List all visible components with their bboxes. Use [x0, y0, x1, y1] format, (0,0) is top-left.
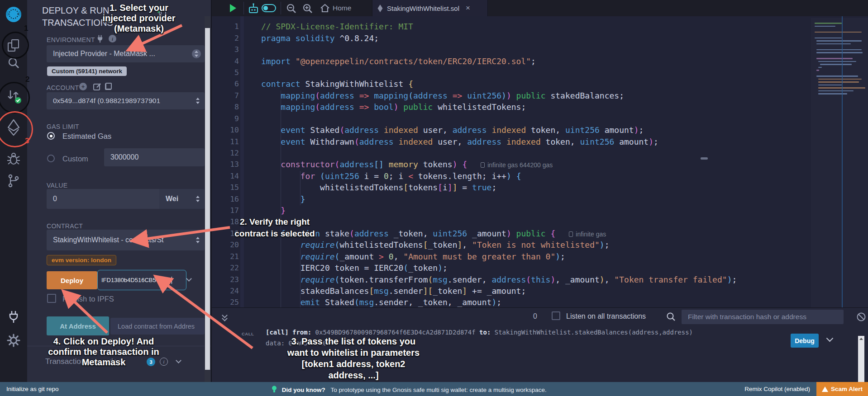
value-amount: 0 — [53, 195, 57, 203]
scam-alert-button[interactable]: Scam Alert — [816, 382, 868, 396]
value-label: VALUE — [47, 182, 67, 189]
home-label[interactable]: Home — [333, 4, 351, 12]
solidity-compiler-icon[interactable] — [0, 87, 27, 107]
zoom-in-icon[interactable] — [302, 3, 313, 16]
listen-all-label: Listen on all transactions — [566, 312, 646, 321]
transactions-info-icon[interactable]: i — [160, 358, 168, 366]
at-address-button[interactable]: At Address — [47, 316, 109, 335]
code-line: 19 function stake(address _token, uint25… — [212, 228, 868, 239]
panel-divider — [27, 346, 211, 346]
custom-gas-input[interactable]: 3000000 — [104, 148, 205, 166]
deploy-expand-chevron-icon[interactable] — [186, 276, 192, 282]
code-line: 20 require(whitelistedTokens[_token], "T… — [212, 239, 868, 250]
environment-select[interactable]: Injected Provider - MetaMask ... — [47, 45, 205, 62]
transactions-chevron-icon[interactable] — [176, 358, 181, 363]
search-icon[interactable] — [0, 56, 27, 71]
code-line: 10 event Staked(address indexed user, ad… — [212, 124, 868, 136]
deploy-button[interactable]: Deploy — [47, 271, 97, 289]
settings-gear-icon[interactable] — [0, 334, 27, 349]
publish-ipfs-checkbox[interactable] — [47, 294, 56, 303]
code-line: 25 emit Staked(msg.sender, _token, _amou… — [212, 297, 868, 307]
git-init-button[interactable]: Initialize as git repo — [6, 386, 59, 392]
tab-staking-with-whitelist[interactable]: StakingWithWhitelist.sol × — [372, 0, 488, 16]
gas-limit-label: GAS LIMIT — [47, 123, 79, 130]
scroll-indicator[interactable] — [701, 157, 708, 160]
minimap-slider-edge — [842, 16, 843, 307]
transactions-count-badge: 3 — [147, 358, 155, 366]
remix-logo[interactable] — [0, 5, 27, 28]
activity-bar — [0, 0, 27, 382]
debugger-icon[interactable] — [0, 151, 27, 167]
minimap[interactable] — [811, 18, 868, 307]
deploy-param-input[interactable]: IFD1380b4D516CB50c93" — [97, 270, 186, 290]
copilot-toggle[interactable] — [262, 4, 276, 12]
copilot-status[interactable]: Remix Copilot (enabled) — [744, 386, 810, 392]
tab-close-icon[interactable]: × — [466, 4, 470, 13]
at-address-placeholder: Load contract from Addres — [118, 323, 195, 330]
code-line: 5 — [212, 67, 868, 78]
contract-value: StakingWithWhitelist - contracts/St — [53, 236, 164, 244]
call-log-line[interactable]: [call] from: 0x549BD967800987968764f6E3D… — [266, 329, 693, 336]
status-bar: Initialize as git repo Did you know? To … — [0, 382, 868, 396]
panel-scrollbar-thumb[interactable] — [205, 28, 210, 370]
environment-value: Injected Provider - MetaMask ... — [53, 50, 155, 58]
zoom-out-icon[interactable] — [286, 3, 297, 16]
contract-select[interactable]: StakingWithWhitelist - contracts/St — [47, 230, 205, 250]
terminal-search-icon[interactable] — [666, 312, 676, 323]
call-data-line: data: 0xa05...10c93 — [266, 339, 338, 347]
estimated-gas-radio[interactable] — [47, 132, 55, 140]
code-line: 8 mapping(address => bool) public whitel… — [212, 101, 868, 113]
code-line: 21 require(_amount > 0, "Amount must be … — [212, 251, 868, 262]
terminal-scrollbar[interactable] — [858, 336, 864, 382]
code-line: 9 — [212, 113, 868, 124]
block-ban-icon[interactable] — [856, 312, 866, 324]
code-line: 17 } — [212, 205, 868, 216]
listen-all-checkbox[interactable] — [552, 311, 560, 320]
evm-version-badge: evm version: london — [47, 255, 116, 265]
value-unit-select[interactable]: Wei — [159, 189, 205, 209]
code-line: 15 whitelistedTokens[tokens[i]] = true; — [212, 182, 868, 193]
account-copy-icon[interactable] — [105, 83, 112, 90]
custom-gas-radio[interactable] — [47, 155, 55, 162]
code-line: 12 — [212, 147, 868, 159]
estimated-gas-label: Estimated Gas — [62, 132, 111, 141]
step1-number: 1 — [24, 24, 28, 33]
transactions-recorded-label: Transactions recorded — [45, 357, 122, 366]
code-editor[interactable]: 1// SPDX-License-Identifier: MIT2pragma … — [212, 16, 868, 307]
transaction-filter-input[interactable] — [682, 310, 844, 324]
account-add-icon[interactable]: + — [79, 83, 87, 90]
value-input[interactable]: 0 — [47, 189, 159, 209]
code-line: 22 IERC20 token = IERC20(_token); — [212, 262, 868, 273]
environment-stepper-icon[interactable] — [192, 49, 201, 58]
deploy-run-icon[interactable] — [0, 118, 27, 138]
plugin-manager-plug-icon[interactable] — [0, 310, 27, 325]
file-explorer-icon[interactable] — [0, 37, 27, 56]
home-icon[interactable] — [320, 4, 330, 14]
terminal-expand-chevrons-icon[interactable] — [222, 313, 228, 321]
deploy-run-panel: DEPLOY & RUN TRANSACTIONS ENVIRONMENT i … — [27, 0, 211, 382]
toolbar-separator — [281, 2, 281, 14]
log-collapse-chevron-icon[interactable] — [826, 335, 834, 342]
terminal: 0 Listen on all transactions CALL [call]… — [212, 307, 868, 382]
green-check-mark: ✓ — [155, 4, 164, 16]
account-select[interactable]: 0x549...d874f (0.98821989737901 — [47, 92, 205, 109]
code-line: 18 — [212, 216, 868, 227]
code-line: 2pragma solidity ^0.8.24; — [212, 33, 868, 44]
git-branch-icon[interactable] — [0, 174, 27, 190]
code-line: 3 — [212, 44, 868, 55]
panel-title: DEPLOY & RUN TRANSACTIONS — [42, 5, 155, 29]
at-address-input[interactable]: Load contract from Addres — [110, 318, 205, 335]
panel-scrollbar[interactable] — [205, 16, 210, 382]
env-plug-icon[interactable] — [96, 34, 104, 45]
custom-gas-value: 3000000 — [110, 153, 138, 161]
account-value: 0x549...d874f (0.98821989737901 — [53, 97, 160, 105]
env-info-icon[interactable]: i — [109, 35, 116, 42]
code-line: 6contract StakingWithWhitelist { — [212, 78, 868, 90]
ai-robot-icon[interactable] — [248, 3, 259, 16]
tip-label: Did you know? — [282, 387, 325, 393]
tip-text: To prototype using the Gnosis safe multi… — [331, 387, 547, 393]
call-type-label: CALL — [242, 331, 254, 336]
run-script-play-icon[interactable] — [229, 4, 237, 14]
debug-button[interactable]: Debug — [791, 334, 819, 348]
account-edit-icon[interactable] — [93, 82, 101, 93]
